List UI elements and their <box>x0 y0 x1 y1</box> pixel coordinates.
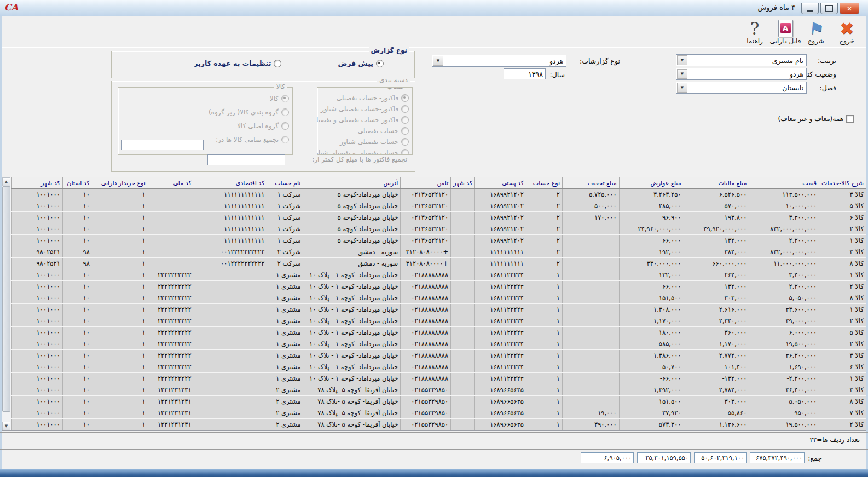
table-cell[interactable]: ۰۲۱۸۸۸۸۸۸۸۸ <box>401 292 451 304</box>
table-cell[interactable] <box>194 419 267 430</box>
table-cell[interactable] <box>194 350 267 361</box>
table-cell[interactable]: ۱۰۰۱۰۰۰ <box>12 281 63 292</box>
table-cell[interactable]: مشتری ۱ <box>267 304 303 315</box>
table-cell[interactable]: خیابان میرداماد- کوچه ۱ - پلاک ۱۰ <box>303 350 401 361</box>
table-cell[interactable]: ۱ <box>92 304 148 315</box>
table-cell[interactable] <box>562 281 619 292</box>
table-cell[interactable] <box>562 373 619 384</box>
table-cell[interactable]: ۳,۲۶۳,۲۵۰ <box>619 189 684 200</box>
table-cell[interactable]: ۱ <box>92 269 148 281</box>
table-cell[interactable] <box>194 396 267 407</box>
table-cell[interactable]: خیابان میرداماد-کوچه ۵ <box>303 189 401 200</box>
table-cell[interactable]: ۳۱۲۰۸۰۸۰۰۰۰+ <box>401 258 451 269</box>
table-cell[interactable] <box>451 189 475 200</box>
table-cell[interactable]: ۴۹,۹۲۰,۰۰۰,۰۰۰ <box>684 223 749 235</box>
table-row[interactable]: کالا ۳۴۶,۲۰۰,۰۰۰۲,۷۷۲,۰۰۰۱,۳۸۶,۰۰۰۱۱۶۸۱۱… <box>12 350 866 361</box>
table-cell[interactable]: کالا ۳ <box>819 189 866 200</box>
year-input[interactable] <box>504 68 546 79</box>
table-cell[interactable]: مشتری ۲ <box>267 384 303 396</box>
chevron-down-icon[interactable]: ▼ <box>677 83 687 93</box>
table-cell[interactable]: کالا ۶ <box>819 212 866 223</box>
table-cell[interactable]: ۱۶۸۱۱۲۲۲۲۴ <box>475 292 526 304</box>
table-cell[interactable] <box>451 361 475 373</box>
table-cell[interactable]: ۱ <box>92 327 148 338</box>
column-header[interactable]: مبلغ تخفیف <box>562 177 619 189</box>
table-row[interactable]: کالا ۵۱۰,۰۰۰,۰۰۰۵۷۰,۰۰۰۲۸۵,۰۰۰۵۰۰,۰۰۰۲۱۶… <box>12 200 866 212</box>
table-cell[interactable]: کالا ۱ <box>819 269 866 281</box>
table-cell[interactable]: ۱,۳۹۲,۰۰۰ <box>619 384 684 396</box>
table-cell[interactable]: ۳,۴۰۰,۰۰۰ <box>749 212 819 223</box>
table-cell[interactable]: ۱۰۰۱۰۰۰ <box>12 189 63 200</box>
table-cell[interactable]: ۱ <box>92 200 148 212</box>
order-select[interactable]: نام مشتری ▼ <box>676 54 807 66</box>
table-cell[interactable] <box>562 361 619 373</box>
table-cell[interactable]: ۱ <box>92 223 148 235</box>
table-cell[interactable]: ۰۲۱۸۸۸۸۸۸۸۸ <box>401 281 451 292</box>
chevron-down-icon[interactable]: ▼ <box>677 69 687 79</box>
table-cell[interactable]: ۱۵۱,۵۰۰ <box>619 396 684 407</box>
table-cell[interactable]: ۲,۷۸۴,۰۰۰ <box>684 384 749 396</box>
table-cell[interactable] <box>562 396 619 407</box>
table-cell[interactable]: ۱۰۰۱۰۰۰ <box>12 361 63 373</box>
table-row[interactable]: کالا ۲۸۳۲,۰۰۰,۰۰۰,۰۰۰۴۹,۹۲۰,۰۰۰,۰۰۰۲۴,۹۶… <box>12 223 866 235</box>
table-cell[interactable] <box>148 189 194 200</box>
table-cell[interactable]: ۴۶,۴۰۰,۰۰۰ <box>749 384 819 396</box>
table-cell[interactable] <box>451 419 475 430</box>
column-header[interactable]: قیمت <box>749 177 819 189</box>
table-cell[interactable]: ۱۶۸۹۶۶۵۶۴۵ <box>475 407 526 419</box>
table-cell[interactable]: ۱ <box>92 281 148 292</box>
table-row[interactable]: کالا ۳۱۱۴,۵۰۰,۰۰۰۶,۵۲۶,۵۰۰۳,۲۶۳,۲۵۰۵,۷۲۵… <box>12 189 866 200</box>
table-cell[interactable]: ۰۲۱۸۸۸۸۸۸۸۸ <box>401 304 451 315</box>
help-button[interactable]: ? راهنما <box>739 18 770 45</box>
minimize-button[interactable] <box>801 3 819 14</box>
table-cell[interactable]: شرکت ۱ <box>267 223 303 235</box>
table-cell[interactable]: ۲۲۲۲۲۲۲۲۲۲ <box>148 338 194 350</box>
table-cell[interactable] <box>148 223 194 235</box>
maximize-button[interactable] <box>820 3 838 14</box>
table-cell[interactable] <box>194 304 267 315</box>
table-row[interactable]: کالا ۲۱۹,۵۰۰,۰۰۰۱,۱۴۶,۶۰۰۵۷۳,۳۰۰۳۹۰,۰۰۰۱… <box>12 419 866 430</box>
table-cell[interactable]: ۱۰ <box>62 304 92 315</box>
table-cell[interactable] <box>451 292 475 304</box>
table-cell[interactable]: ۲۲۲۲۲۲۲۲۲۲ <box>148 373 194 384</box>
table-cell[interactable]: ۱۰ <box>62 373 92 384</box>
table-cell[interactable]: ۱ <box>526 292 563 304</box>
table-cell[interactable]: ۱۶۸۱۱۲۲۲۲۴ <box>475 338 526 350</box>
table-cell[interactable]: ۱۰ <box>62 223 92 235</box>
table-cell[interactable]: ۱۶۸۹۶۶۵۶۴۵ <box>475 384 526 396</box>
table-cell[interactable]: ۰۲۱۵۵۳۲۹۸۵۰ <box>401 419 451 430</box>
table-cell[interactable] <box>562 315 619 327</box>
table-cell[interactable]: ۱۰ <box>62 212 92 223</box>
table-cell[interactable]: ۱ <box>92 338 148 350</box>
table-row[interactable]: کالا ۱۴,۴۰۰,۰۰۰۲۶۴,۰۰۰۱۳۲,۰۰۰۱۱۶۸۱۱۲۲۲۲۴… <box>12 269 866 281</box>
scrollbar-thumb[interactable] <box>2 186 10 412</box>
table-cell[interactable]: ۱۵۱,۵۰۰ <box>619 292 684 304</box>
table-cell[interactable] <box>194 269 267 281</box>
table-cell[interactable]: ۱ <box>526 407 563 419</box>
table-cell[interactable]: ۰۰۱۲۲۲۲۲۲۲۲۲۲ <box>194 258 267 269</box>
table-cell[interactable]: ۰۲۱۳۶۵۲۲۱۲۰ <box>401 200 451 212</box>
table-cell[interactable]: ۱۱۱۱۱۱۱۱۱۱۱۱ <box>194 200 267 212</box>
table-cell[interactable]: ۳۰۳,۰۰۰ <box>684 292 749 304</box>
table-cell[interactable]: ۱ <box>526 361 563 373</box>
table-cell[interactable]: ۱۰ <box>62 350 92 361</box>
table-cell[interactable] <box>194 373 267 384</box>
table-cell[interactable]: ۲ <box>526 200 563 212</box>
table-cell[interactable] <box>451 315 475 327</box>
table-cell[interactable]: ۰۲۱۸۸۸۸۸۸۸۸ <box>401 361 451 373</box>
table-cell[interactable]: ۲۲۲۲۲۲۲۲۲۲ <box>148 327 194 338</box>
table-cell[interactable]: ۱۹,۵۰۰,۰۰۰ <box>749 419 819 430</box>
table-cell[interactable]: ۱۰۰۱۰۰۰ <box>12 373 63 384</box>
table-cell[interactable] <box>194 407 267 419</box>
column-header[interactable]: مبلغ عوارض <box>619 177 684 189</box>
table-row[interactable]: کالا ۱۲,۲۰۰,۰۰۰۱۳۲,۰۰۰۶۶,۰۰۰۲۱۶۸۹۹۲۱۲۰۲۰… <box>12 235 866 246</box>
table-row[interactable]: کالا ۱-۲,۲۰۰,۰۰۰-۱۳۲,۰۰۰-۶۶,۰۰۰۱۱۶۸۱۱۲۲۲… <box>12 373 866 384</box>
table-cell[interactable]: ۰۲۱۸۸۸۸۸۸۸۸ <box>401 327 451 338</box>
table-cell[interactable]: ۱۰۰۱۰۰۰ <box>12 212 63 223</box>
table-cell[interactable]: ۲ <box>526 223 563 235</box>
table-row[interactable]: کالا ۷۹۵۰,۰۰۰۵۵,۸۶۰۲۷,۹۳۰۱۹,۰۰۰۱۱۶۸۹۶۶۵۶… <box>12 407 866 419</box>
table-cell[interactable]: ۱۰۰۱۰۰۰ <box>12 407 63 419</box>
table-cell[interactable]: کالا ۳ <box>819 350 866 361</box>
table-cell[interactable] <box>451 223 475 235</box>
table-cell[interactable]: ۱ <box>92 315 148 327</box>
